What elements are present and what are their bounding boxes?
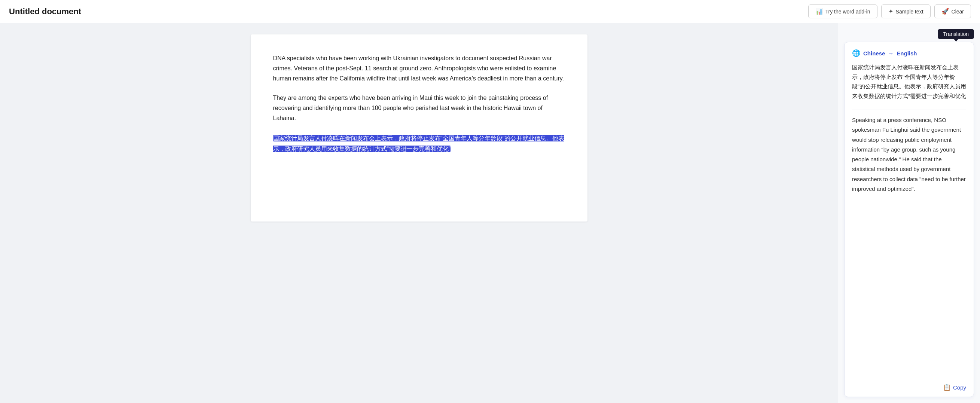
paragraph-2-before: They are among the experts who have been… [273, 95, 548, 121]
header-actions: 📊 Try the word add-in ✦ Sample text 🚀 Cl… [808, 5, 971, 18]
copy-row: 📋 Copy [852, 384, 966, 392]
copy-label: Copy [953, 384, 966, 391]
globe-icon: 🌐 [852, 49, 860, 57]
highlighted-chinese-text: 国家统计局发言人付凌晖在新闻发布会上表示，政府将停止发布“全国青年人等分年龄段”… [273, 135, 565, 151]
clear-button[interactable]: 🚀 Clear [934, 5, 971, 18]
document-card: DNA specialists who have been working wi… [251, 34, 587, 221]
paragraph-2: They are among the experts who have been… [273, 93, 565, 154]
translated-text: Speaking at a press conference, NSO spok… [852, 115, 966, 378]
word-addin-button[interactable]: 📊 Try the word add-in [808, 5, 877, 18]
divider [852, 110, 966, 110]
sidebar-inner: Translation 🌐 Chinese → English 国家统计局发言人… [838, 23, 980, 403]
paragraph-1: DNA specialists who have been working wi… [273, 53, 565, 84]
page-title: Untitled document [9, 7, 81, 16]
source-text: 国家统计局发言人付凌晖在新闻发布会上表示，政府将停止发布“全国青年人等分年龄段”… [852, 62, 966, 101]
arrow-icon: → [888, 50, 894, 56]
translation-tooltip: Translation [938, 29, 974, 39]
paragraph-1-text: DNA specialists who have been working wi… [273, 55, 564, 81]
source-lang-label: Chinese [863, 50, 885, 56]
sample-text-button[interactable]: ✦ Sample text [881, 5, 931, 18]
copy-button[interactable]: 📋 Copy [943, 384, 966, 392]
copy-icon: 📋 [943, 384, 951, 392]
header: Untitled document 📊 Try the word add-in … [0, 0, 980, 23]
tooltip-label: Translation [943, 31, 969, 37]
translation-card: 🌐 Chinese → English 国家统计局发言人付凌晖在新闻发布会上表示… [844, 42, 974, 397]
document-area: DNA specialists who have been working wi… [0, 23, 838, 403]
word-icon: 📊 [815, 8, 823, 15]
sidebar: Translation 🌐 Chinese → English 国家统计局发言人… [838, 23, 980, 403]
document-text: DNA specialists who have been working wi… [273, 53, 565, 154]
rocket-icon: 🚀 [942, 8, 949, 15]
main-layout: DNA specialists who have been working wi… [0, 23, 980, 403]
translation-header: 🌐 Chinese → English [852, 49, 966, 57]
target-lang-label: English [897, 50, 917, 56]
star-icon: ✦ [888, 8, 893, 15]
